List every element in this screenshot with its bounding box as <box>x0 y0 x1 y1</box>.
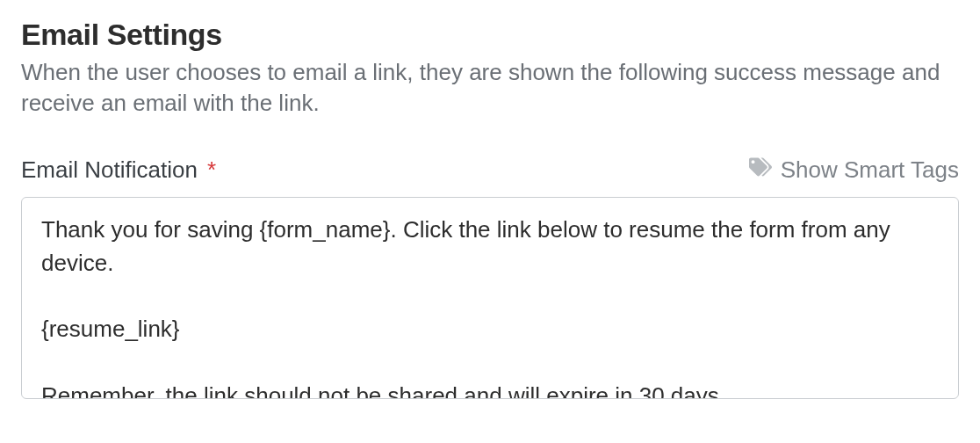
show-smart-tags-label: Show Smart Tags <box>781 156 959 184</box>
section-description: When the user chooses to email a link, t… <box>21 57 952 119</box>
required-marker: * <box>207 156 216 183</box>
show-smart-tags-button[interactable]: Show Smart Tags <box>749 156 959 185</box>
email-notification-label: Email Notification * <box>21 156 216 184</box>
field-header: Email Notification * Show Smart Tags <box>21 156 959 185</box>
field-label-text: Email Notification <box>21 156 198 183</box>
section-title: Email Settings <box>21 18 959 52</box>
tag-icon <box>749 156 772 185</box>
email-notification-textarea[interactable] <box>21 197 959 399</box>
